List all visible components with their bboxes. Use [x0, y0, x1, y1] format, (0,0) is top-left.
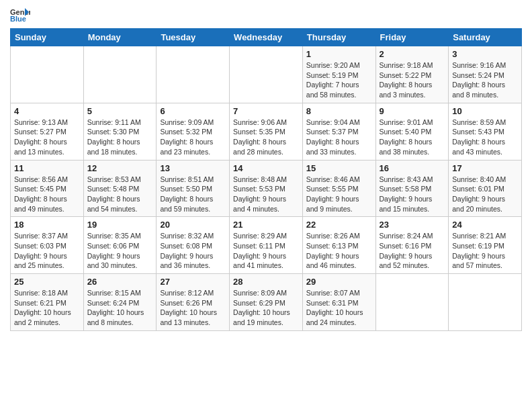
day-info: Sunrise: 8:26 AM Sunset: 6:13 PM Dayligh…: [306, 231, 372, 271]
calendar-cell: 19Sunrise: 8:35 AM Sunset: 6:06 PM Dayli…: [83, 217, 157, 274]
day-info: Sunrise: 9:01 AM Sunset: 5:40 PM Dayligh…: [380, 118, 445, 157]
day-number: 14: [233, 163, 299, 173]
day-info: Sunrise: 9:11 AM Sunset: 5:30 PM Dayligh…: [87, 118, 153, 157]
day-number: 9: [380, 106, 445, 116]
day-info: Sunrise: 8:15 AM Sunset: 6:24 PM Dayligh…: [87, 288, 153, 328]
day-info: Sunrise: 8:53 AM Sunset: 5:48 PM Dayligh…: [87, 175, 153, 214]
day-info: Sunrise: 8:35 AM Sunset: 6:06 PM Dayligh…: [87, 231, 153, 271]
day-number: 13: [160, 163, 226, 173]
calendar-cell: 25Sunrise: 8:18 AM Sunset: 6:21 PM Dayli…: [11, 274, 84, 331]
day-number: 5: [87, 106, 153, 116]
day-info: Sunrise: 8:43 AM Sunset: 5:58 PM Dayligh…: [380, 175, 445, 214]
calendar-cell: 12Sunrise: 8:53 AM Sunset: 5:48 PM Dayli…: [83, 160, 157, 217]
day-info: Sunrise: 8:56 AM Sunset: 5:45 PM Dayligh…: [14, 175, 80, 214]
day-info: Sunrise: 8:29 AM Sunset: 6:11 PM Dayligh…: [233, 231, 299, 271]
day-number: 1: [306, 49, 372, 59]
calendar-cell: 16Sunrise: 8:43 AM Sunset: 5:58 PM Dayli…: [375, 160, 449, 217]
calendar-cell: [157, 46, 230, 103]
calendar-week-row: 18Sunrise: 8:37 AM Sunset: 6:03 PM Dayli…: [11, 217, 522, 274]
day-info: Sunrise: 9:09 AM Sunset: 5:32 PM Dayligh…: [160, 118, 226, 157]
col-header-saturday: Saturday: [449, 29, 522, 46]
day-info: Sunrise: 8:32 AM Sunset: 6:08 PM Dayligh…: [160, 231, 226, 271]
calendar-cell: [83, 46, 157, 103]
day-number: 15: [306, 163, 372, 173]
day-info: Sunrise: 9:13 AM Sunset: 5:27 PM Dayligh…: [14, 118, 80, 157]
day-info: Sunrise: 9:18 AM Sunset: 5:22 PM Dayligh…: [380, 60, 445, 100]
day-number: 4: [14, 106, 80, 116]
calendar-cell: 3Sunrise: 9:16 AM Sunset: 5:24 PM Daylig…: [449, 46, 522, 103]
calendar-cell: 11Sunrise: 8:56 AM Sunset: 5:45 PM Dayli…: [11, 160, 84, 217]
calendar-cell: 15Sunrise: 8:46 AM Sunset: 5:55 PM Dayli…: [302, 160, 375, 217]
calendar-cell: 29Sunrise: 8:07 AM Sunset: 6:31 PM Dayli…: [302, 274, 375, 331]
col-header-wednesday: Wednesday: [230, 29, 303, 46]
page-header: General Blue: [10, 7, 522, 23]
day-number: 6: [160, 106, 226, 116]
calendar-cell: 9Sunrise: 9:01 AM Sunset: 5:40 PM Daylig…: [375, 103, 449, 160]
day-number: 2: [380, 49, 445, 59]
calendar-cell: 23Sunrise: 8:24 AM Sunset: 6:16 PM Dayli…: [375, 217, 449, 274]
calendar-cell: 26Sunrise: 8:15 AM Sunset: 6:24 PM Dayli…: [83, 274, 157, 331]
calendar-cell: 6Sunrise: 9:09 AM Sunset: 5:32 PM Daylig…: [157, 103, 230, 160]
day-info: Sunrise: 9:06 AM Sunset: 5:35 PM Dayligh…: [233, 118, 299, 157]
calendar-cell: 27Sunrise: 8:12 AM Sunset: 6:26 PM Dayli…: [157, 274, 230, 331]
day-number: 24: [452, 220, 518, 230]
day-number: 22: [306, 220, 372, 230]
day-info: Sunrise: 8:12 AM Sunset: 6:26 PM Dayligh…: [160, 288, 226, 328]
day-info: Sunrise: 8:40 AM Sunset: 6:01 PM Dayligh…: [452, 175, 518, 214]
day-info: Sunrise: 8:21 AM Sunset: 6:19 PM Dayligh…: [452, 231, 518, 271]
calendar-cell: 18Sunrise: 8:37 AM Sunset: 6:03 PM Dayli…: [11, 217, 84, 274]
calendar-cell: [230, 46, 303, 103]
day-number: 17: [452, 163, 518, 173]
col-header-thursday: Thursday: [302, 29, 375, 46]
calendar-cell: 17Sunrise: 8:40 AM Sunset: 6:01 PM Dayli…: [449, 160, 522, 217]
day-info: Sunrise: 9:20 AM Sunset: 5:19 PM Dayligh…: [306, 60, 372, 100]
day-info: Sunrise: 8:59 AM Sunset: 5:43 PM Dayligh…: [452, 118, 518, 157]
day-info: Sunrise: 8:09 AM Sunset: 6:29 PM Dayligh…: [233, 288, 299, 328]
calendar-cell: [449, 274, 522, 331]
calendar-cell: 22Sunrise: 8:26 AM Sunset: 6:13 PM Dayli…: [302, 217, 375, 274]
day-number: 21: [233, 220, 299, 230]
day-number: 20: [160, 220, 226, 230]
calendar-cell: 24Sunrise: 8:21 AM Sunset: 6:19 PM Dayli…: [449, 217, 522, 274]
day-number: 29: [306, 277, 372, 287]
day-info: Sunrise: 9:16 AM Sunset: 5:24 PM Dayligh…: [452, 60, 518, 100]
calendar-week-row: 1Sunrise: 9:20 AM Sunset: 5:19 PM Daylig…: [11, 46, 522, 103]
day-info: Sunrise: 8:51 AM Sunset: 5:50 PM Dayligh…: [160, 175, 226, 214]
day-number: 11: [14, 163, 80, 173]
day-number: 28: [233, 277, 299, 287]
col-header-sunday: Sunday: [11, 29, 84, 46]
calendar-cell: 21Sunrise: 8:29 AM Sunset: 6:11 PM Dayli…: [230, 217, 303, 274]
day-info: Sunrise: 8:48 AM Sunset: 5:53 PM Dayligh…: [233, 175, 299, 214]
calendar-week-row: 11Sunrise: 8:56 AM Sunset: 5:45 PM Dayli…: [11, 160, 522, 217]
logo-icon: General Blue: [10, 7, 30, 23]
day-info: Sunrise: 8:18 AM Sunset: 6:21 PM Dayligh…: [14, 288, 80, 328]
day-info: Sunrise: 8:24 AM Sunset: 6:16 PM Dayligh…: [380, 231, 445, 271]
calendar-table: SundayMondayTuesdayWednesdayThursdayFrid…: [10, 28, 522, 331]
calendar-cell: 28Sunrise: 8:09 AM Sunset: 6:29 PM Dayli…: [230, 274, 303, 331]
calendar-cell: [375, 274, 449, 331]
day-number: 25: [14, 277, 80, 287]
col-header-monday: Monday: [83, 29, 157, 46]
calendar-cell: [11, 46, 84, 103]
calendar-cell: 13Sunrise: 8:51 AM Sunset: 5:50 PM Dayli…: [157, 160, 230, 217]
calendar-cell: 14Sunrise: 8:48 AM Sunset: 5:53 PM Dayli…: [230, 160, 303, 217]
logo: General Blue: [10, 7, 30, 23]
day-number: 3: [452, 49, 518, 59]
day-number: 18: [14, 220, 80, 230]
day-info: Sunrise: 8:37 AM Sunset: 6:03 PM Dayligh…: [14, 231, 80, 271]
day-number: 26: [87, 277, 153, 287]
day-number: 23: [380, 220, 445, 230]
calendar-cell: 7Sunrise: 9:06 AM Sunset: 5:35 PM Daylig…: [230, 103, 303, 160]
calendar-cell: 2Sunrise: 9:18 AM Sunset: 5:22 PM Daylig…: [375, 46, 449, 103]
calendar-cell: 5Sunrise: 9:11 AM Sunset: 5:30 PM Daylig…: [83, 103, 157, 160]
day-info: Sunrise: 9:04 AM Sunset: 5:37 PM Dayligh…: [306, 118, 372, 157]
calendar-cell: 4Sunrise: 9:13 AM Sunset: 5:27 PM Daylig…: [11, 103, 84, 160]
svg-text:Blue: Blue: [10, 15, 26, 23]
calendar-cell: 8Sunrise: 9:04 AM Sunset: 5:37 PM Daylig…: [302, 103, 375, 160]
day-number: 7: [233, 106, 299, 116]
calendar-cell: 10Sunrise: 8:59 AM Sunset: 5:43 PM Dayli…: [449, 103, 522, 160]
day-number: 19: [87, 220, 153, 230]
calendar-week-row: 25Sunrise: 8:18 AM Sunset: 6:21 PM Dayli…: [11, 274, 522, 331]
calendar-week-row: 4Sunrise: 9:13 AM Sunset: 5:27 PM Daylig…: [11, 103, 522, 160]
day-info: Sunrise: 8:07 AM Sunset: 6:31 PM Dayligh…: [306, 288, 372, 328]
